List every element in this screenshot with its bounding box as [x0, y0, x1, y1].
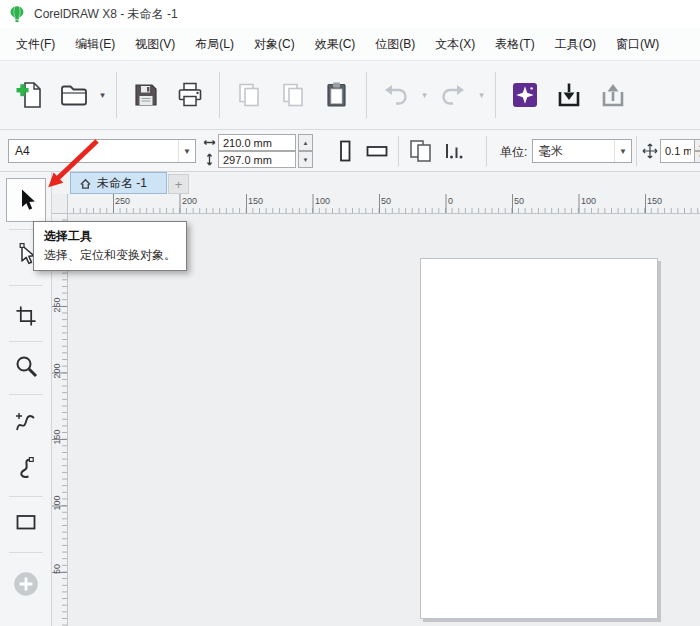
document-tab-label: 未命名 -1: [97, 175, 147, 192]
purple-star-icon: [510, 80, 540, 110]
pick-tool[interactable]: [6, 178, 46, 222]
drawing-page[interactable]: [420, 258, 658, 619]
save-button[interactable]: [124, 67, 168, 123]
toolbar-separator: [495, 72, 496, 118]
landscape-page-icon: [362, 136, 392, 166]
propbar-separator: [636, 136, 637, 166]
units-value: 毫米: [533, 140, 614, 162]
ruler-label: 100: [315, 196, 330, 206]
stepper-down-button[interactable]: ▼: [298, 151, 313, 168]
toolbox-separator: [9, 496, 43, 497]
page-height-input[interactable]: [218, 151, 296, 168]
rectangle-tool-icon: [13, 509, 39, 535]
horizontal-ruler[interactable]: 250 200 150 100 50 0 50 100 150: [68, 194, 700, 214]
page-width-icon: [203, 136, 216, 149]
artistic-media-tool[interactable]: [6, 450, 46, 486]
window-title: CorelDRAW X8 - 未命名 -1: [34, 6, 178, 23]
stepper-up-button[interactable]: ▲: [298, 134, 313, 151]
two-pages-icon: [234, 80, 264, 110]
welcome-screen-button[interactable]: [503, 67, 547, 123]
stepper-up-button[interactable]: ▲: [694, 139, 700, 151]
stepper-down-button[interactable]: ▼: [694, 151, 700, 163]
document-tab-active[interactable]: 未命名 -1: [70, 172, 167, 194]
print-button[interactable]: [168, 67, 212, 123]
magnifier-icon: [13, 353, 39, 379]
redo-arrow-icon: [438, 80, 468, 110]
printer-icon: [175, 80, 205, 110]
rectangle-tool[interactable]: [6, 504, 46, 540]
ruler-label: 100: [581, 196, 596, 206]
ruler-label: 200: [52, 360, 66, 382]
ruler-label: 250: [115, 196, 130, 206]
page-with-green-plus-icon: [15, 80, 45, 110]
nudge-offset-input[interactable]: [660, 139, 696, 163]
toolbar-separator: [219, 72, 220, 118]
menu-tools[interactable]: 工具(O): [545, 28, 606, 60]
open-dropdown-caret[interactable]: ▾: [96, 67, 109, 123]
new-document-button[interactable]: [8, 67, 52, 123]
menu-edit[interactable]: 编辑(E): [65, 28, 125, 60]
page-size-preset-value: A4: [9, 140, 178, 162]
portrait-button[interactable]: [330, 135, 360, 166]
ruler-label: 250: [52, 294, 66, 316]
export-button: [591, 67, 635, 123]
toolbox-separator: [9, 341, 43, 342]
plus-circle-icon: [10, 568, 42, 600]
menu-table[interactable]: 表格(T): [485, 28, 544, 60]
menu-bitmaps[interactable]: 位图(B): [365, 28, 425, 60]
ruler-label: 0: [448, 196, 453, 206]
ruler-label: 150: [248, 196, 263, 206]
page-size-preset-dropdown[interactable]: A4 ▼: [8, 139, 196, 163]
new-tab-button[interactable]: +: [168, 174, 189, 194]
redo-dropdown-caret: ▾: [475, 67, 488, 123]
chevron-down-icon[interactable]: ▼: [614, 140, 631, 162]
toolbox-separator: [9, 285, 43, 286]
paste-button[interactable]: [315, 67, 359, 123]
ruler-label: 150: [52, 426, 66, 448]
nudge-stepper: ▲ ▼: [694, 139, 700, 163]
tooltip-description: 选择、定位和变换对象。: [44, 246, 176, 265]
more-tools-button[interactable]: [6, 564, 46, 604]
portrait-page-icon: [330, 136, 360, 166]
title-bar: CorelDRAW X8 - 未命名 -1: [0, 0, 700, 28]
menu-layout[interactable]: 布局(L): [185, 28, 244, 60]
ruler-label: 50: [514, 196, 524, 206]
zoom-tool[interactable]: [6, 348, 46, 384]
stacked-pages-icon: [406, 136, 436, 166]
all-pages-button[interactable]: [406, 135, 436, 166]
property-bar: A4 ▼ ▲ ▼: [0, 130, 700, 172]
open-button[interactable]: [52, 67, 96, 123]
chevron-down-icon[interactable]: ▼: [178, 140, 195, 162]
import-button[interactable]: [547, 67, 591, 123]
menu-effects[interactable]: 效果(C): [305, 28, 366, 60]
ruler-label: 50: [52, 558, 66, 580]
menu-text[interactable]: 文本(X): [425, 28, 485, 60]
page-width-input[interactable]: [218, 134, 296, 151]
menu-view[interactable]: 视图(V): [125, 28, 185, 60]
crop-tool[interactable]: [6, 298, 46, 334]
toolbox-separator: [9, 552, 43, 553]
folder-icon: [59, 80, 89, 110]
landscape-button[interactable]: [362, 135, 392, 166]
redo-button: [431, 67, 475, 123]
crop-tool-icon: [13, 303, 39, 329]
ruler-label: 50: [381, 196, 391, 206]
freehand-tool[interactable]: [6, 404, 46, 440]
current-page-button[interactable]: [438, 135, 468, 166]
ruler-origin-box[interactable]: [52, 194, 68, 214]
menu-object[interactable]: 对象(C): [244, 28, 305, 60]
import-down-arrow-icon: [554, 80, 584, 110]
standard-toolbar: ▾: [0, 60, 700, 130]
two-pages-icon: [278, 80, 308, 110]
vertical-ruler[interactable]: 250 200 150 100 50: [52, 214, 68, 626]
menu-file[interactable]: 文件(F): [6, 28, 65, 60]
coreldraw-logo-icon: [8, 5, 26, 23]
document-tab-bar: 未命名 -1 +: [52, 172, 700, 194]
tooltip-title: 选择工具: [44, 227, 176, 246]
toolbox-separator: [9, 394, 43, 395]
units-dropdown[interactable]: 毫米 ▼: [532, 139, 632, 163]
toolbar-separator: [116, 72, 117, 118]
menu-window[interactable]: 窗口(W): [606, 28, 669, 60]
clipboard-icon: [322, 80, 352, 110]
page-size-stepper: ▲ ▼: [298, 134, 313, 168]
